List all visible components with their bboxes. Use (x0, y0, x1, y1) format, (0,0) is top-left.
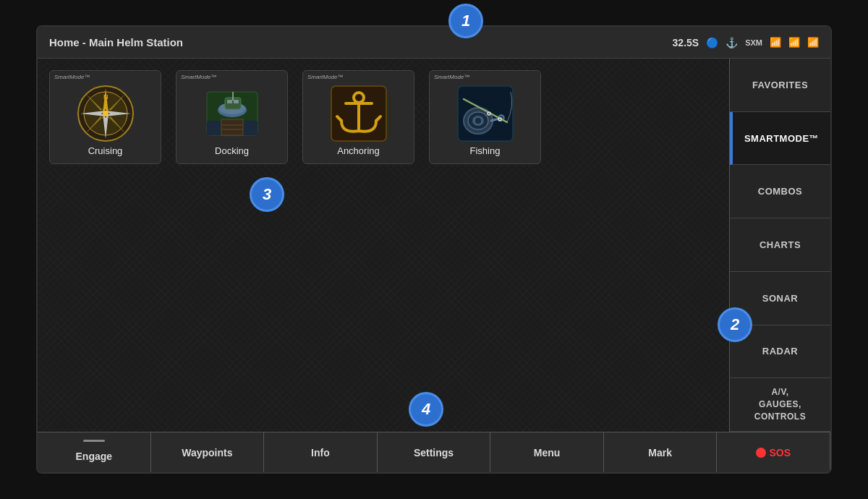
right-sidebar: FAVORITES SMARTMODE™ COMBOS CHARTS SONAR… (729, 59, 830, 432)
smartmode-label-fishing: SmartMode™ (434, 74, 469, 80)
cruising-card[interactable]: SmartMode™ (49, 70, 161, 164)
main-screen: Home - Main Helm Station 32.5S 🔵 ⚓ SXM 📶… (36, 25, 832, 474)
anchoring-icon (326, 85, 391, 142)
sidebar-item-charts[interactable]: CHARTS (730, 218, 830, 272)
smartmode-label-docking: SmartMode™ (181, 74, 216, 80)
sidebar-item-radar[interactable]: RADAR (730, 325, 830, 379)
depth-icon: 🔵 (706, 37, 718, 48)
docking-card[interactable]: SmartMode™ (176, 70, 288, 164)
sos-button[interactable]: SOS (717, 432, 830, 472)
docking-label: Docking (215, 145, 249, 156)
svg-rect-20 (227, 100, 232, 103)
svg-point-10 (103, 111, 109, 116)
anchor-status-icon: ⚓ (726, 37, 738, 48)
signal2-icon: 📶 (788, 37, 800, 48)
bottom-bar: Engage Waypoints Info Settings Menu Mark… (38, 432, 830, 472)
content-area: SmartMode™ (38, 59, 729, 432)
sidebar-item-av-gauges[interactable]: A/V,GAUGES,CONTROLS (730, 378, 830, 432)
svg-rect-21 (234, 100, 239, 103)
smartmode-label-cruising: SmartMode™ (54, 74, 90, 80)
fishing-card[interactable]: SmartMode™ (429, 70, 541, 164)
signal1-icon: 📶 (770, 37, 781, 48)
engage-line (83, 440, 105, 442)
status-bar: Home - Main Helm Station 32.5S 🔵 ⚓ SXM 📶… (38, 27, 830, 59)
svg-rect-14 (221, 119, 243, 135)
info-button[interactable]: Info (264, 432, 378, 472)
cruising-icon: N (73, 85, 138, 142)
fishing-icon (453, 85, 518, 142)
svg-point-33 (475, 118, 481, 124)
menu-button[interactable]: Menu (490, 432, 604, 472)
fishing-label: Fishing (470, 145, 501, 156)
smartmode-label-anchoring: SmartMode™ (307, 74, 343, 80)
sidebar-item-sonar[interactable]: SONAR (730, 272, 830, 325)
signal3-icon: 📶 (807, 37, 819, 48)
settings-button[interactable]: Settings (378, 432, 491, 472)
sos-icon (756, 448, 766, 458)
anchoring-label: Anchoring (337, 145, 380, 156)
mark-button[interactable]: Mark (604, 432, 718, 472)
waypoints-button[interactable]: Waypoints (151, 432, 265, 472)
main-area: SmartMode™ (38, 59, 830, 432)
speed-display: 32.5S (673, 37, 699, 48)
sidebar-item-favorites[interactable]: FAVORITES (730, 59, 830, 112)
sidebar-item-smartmode[interactable]: SMARTMODE™ (730, 112, 830, 166)
sxm-icon: SXM (745, 38, 762, 47)
cruising-label: Cruising (88, 145, 123, 156)
status-right: 32.5S 🔵 ⚓ SXM 📶 📶 📶 (673, 37, 819, 48)
docking-icon (200, 85, 265, 142)
screen-title: Home - Main Helm Station (49, 36, 183, 48)
sidebar-item-combos[interactable]: COMBOS (730, 165, 830, 218)
anchoring-card[interactable]: SmartMode™ (302, 70, 414, 164)
engage-button[interactable]: Engage (38, 432, 151, 472)
svg-text:N: N (103, 93, 109, 101)
